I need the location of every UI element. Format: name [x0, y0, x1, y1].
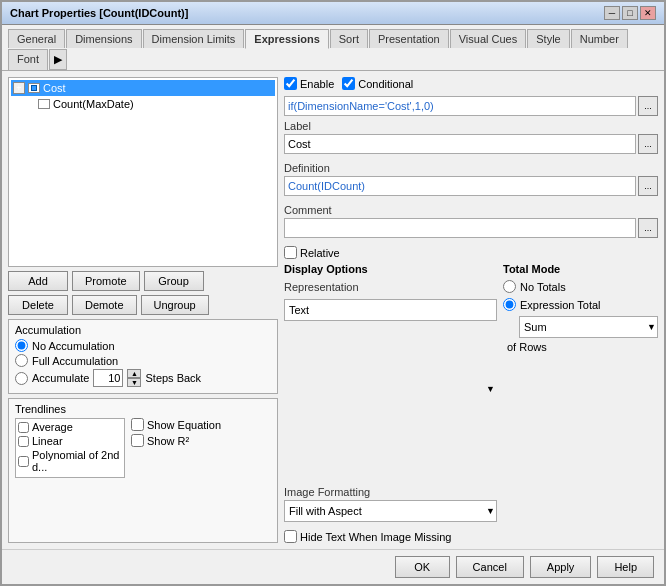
image-formatting-select[interactable]: Fill with Aspect No Stretch Fill	[284, 500, 497, 522]
tab-visual-cues[interactable]: Visual Cues	[450, 29, 527, 48]
group-button[interactable]: Group	[144, 271, 204, 291]
hide-text-row: Hide Text When Image Missing	[284, 530, 497, 543]
display-options: Display Options Representation Text Line…	[284, 263, 497, 543]
trend-poly3-label: Polynomial of 3rd d...	[32, 475, 122, 478]
no-totals-radio[interactable]	[503, 280, 516, 293]
steps-spinner: ▲ ▼	[127, 369, 141, 387]
tree-item-maxdate[interactable]: Count(MaxDate)	[11, 96, 275, 112]
demote-button[interactable]: Demote	[72, 295, 137, 315]
ok-button[interactable]: OK	[395, 556, 450, 578]
label-input[interactable]	[284, 134, 636, 154]
maximize-button[interactable]: □	[622, 6, 638, 20]
of-rows-label: of Rows	[503, 341, 658, 353]
label-btn[interactable]: ...	[638, 134, 658, 154]
trend-average-label: Average	[32, 421, 73, 433]
image-formatting-section: Image Formatting Fill with Aspect No Str…	[284, 486, 497, 522]
sum-row: Sum Avg Count ▼	[503, 316, 658, 338]
trend-options: Show Equation Show R²	[131, 418, 221, 478]
representation-select[interactable]: Text Line Symbol Bar	[284, 299, 497, 321]
expression-tree[interactable]: + Cost Count(MaxDate)	[8, 77, 278, 267]
show-equation-row: Show Equation	[131, 418, 221, 431]
tab-expressions[interactable]: Expressions	[245, 29, 328, 49]
tab-overflow-btn[interactable]: ▶	[49, 49, 67, 70]
trend-poly2-check[interactable]	[18, 456, 29, 467]
representation-arrow: ▼	[486, 384, 495, 394]
show-equation-check[interactable]	[131, 418, 144, 431]
trendlines-list[interactable]: Average Linear Polynomial of 2nd d...	[15, 418, 125, 478]
trend-linear-check[interactable]	[18, 436, 29, 447]
spin-up[interactable]: ▲	[127, 369, 141, 378]
no-accumulation-radio[interactable]	[15, 339, 28, 352]
steps-label: Steps Back	[145, 372, 201, 384]
trendlines-content: Average Linear Polynomial of 2nd d...	[15, 418, 271, 478]
tab-sort[interactable]: Sort	[330, 29, 368, 48]
apply-button[interactable]: Apply	[530, 556, 592, 578]
total-mode-section: Total Mode No Totals Expression Total Su…	[503, 263, 658, 543]
enable-row: Enable Conditional	[284, 77, 658, 90]
tab-style[interactable]: Style	[527, 29, 569, 48]
add-button[interactable]: Add	[8, 271, 68, 291]
show-r2-check[interactable]	[131, 434, 144, 447]
help-button[interactable]: Help	[597, 556, 654, 578]
tab-dimensions[interactable]: Dimensions	[66, 29, 141, 48]
tree-item-cost[interactable]: + Cost	[11, 80, 275, 96]
expand-icon-cost[interactable]: +	[13, 82, 25, 94]
trend-poly3: Polynomial of 3rd d...	[17, 474, 123, 478]
accumulate-label: Accumulate	[32, 372, 89, 384]
no-totals-row: No Totals	[503, 280, 658, 293]
bottom-bar: OK Cancel Apply Help	[2, 549, 664, 584]
close-button[interactable]: ✕	[640, 6, 656, 20]
full-accumulation-label: Full Accumulation	[32, 355, 118, 367]
conditional-btn[interactable]: ...	[638, 96, 658, 116]
no-accumulation-row: No Accumulation	[15, 339, 271, 352]
tab-bar: General Dimensions Dimension Limits Expr…	[2, 25, 664, 71]
trend-average-check[interactable]	[18, 422, 29, 433]
content-area: + Cost Count(MaxDate) Add Promote Grou	[2, 71, 664, 549]
show-r2-row: Show R²	[131, 434, 221, 447]
comment-group: Comment ...	[284, 204, 658, 238]
definition-title: Definition	[284, 162, 658, 174]
tab-number[interactable]: Number	[571, 29, 628, 48]
accumulation-title: Accumulation	[15, 324, 271, 336]
image-formatting-label: Image Formatting	[284, 486, 497, 498]
total-mode-title: Total Mode	[503, 263, 658, 275]
sum-select[interactable]: Sum Avg Count	[519, 316, 658, 338]
cancel-button[interactable]: Cancel	[456, 556, 524, 578]
tab-presentation[interactable]: Presentation	[369, 29, 449, 48]
trend-linear-label: Linear	[32, 435, 63, 447]
right-panel: Enable Conditional ... Label ...	[284, 77, 658, 543]
representation-select-wrapper: Text Line Symbol Bar ▼	[284, 299, 497, 478]
relative-row: Relative	[284, 246, 658, 259]
title-controls: ─ □ ✕	[604, 6, 656, 20]
conditional-label: Conditional	[342, 77, 413, 90]
minimize-button[interactable]: ─	[604, 6, 620, 20]
promote-button[interactable]: Promote	[72, 271, 140, 291]
expression-total-radio[interactable]	[503, 298, 516, 311]
definition-input[interactable]	[284, 176, 636, 196]
tab-general[interactable]: General	[8, 29, 65, 48]
definition-btn[interactable]: ...	[638, 176, 658, 196]
label-input-row: ...	[284, 134, 658, 154]
steps-input[interactable]	[93, 369, 123, 387]
representation-label: Representation	[284, 281, 497, 293]
full-accumulation-radio[interactable]	[15, 354, 28, 367]
definition-input-row: ...	[284, 176, 658, 196]
conditional-check[interactable]	[342, 77, 355, 90]
display-options-title: Display Options	[284, 263, 497, 275]
delete-button[interactable]: Delete	[8, 295, 68, 315]
enable-check[interactable]	[284, 77, 297, 90]
spin-down[interactable]: ▼	[127, 378, 141, 387]
accumulate-radio[interactable]	[15, 372, 28, 385]
label-group: Label ...	[284, 120, 658, 154]
action-buttons-row1: Add Promote Group	[8, 271, 278, 291]
maxdate-label: Count(MaxDate)	[53, 98, 134, 110]
comment-btn[interactable]: ...	[638, 218, 658, 238]
window-title: Chart Properties [Count(IDCount)]	[10, 7, 188, 19]
conditional-input[interactable]	[284, 96, 636, 116]
relative-check[interactable]	[284, 246, 297, 259]
comment-input[interactable]	[284, 218, 636, 238]
tab-font[interactable]: Font	[8, 49, 48, 70]
ungroup-button[interactable]: Ungroup	[141, 295, 209, 315]
tab-dimension-limits[interactable]: Dimension Limits	[143, 29, 245, 48]
hide-text-check[interactable]	[284, 530, 297, 543]
